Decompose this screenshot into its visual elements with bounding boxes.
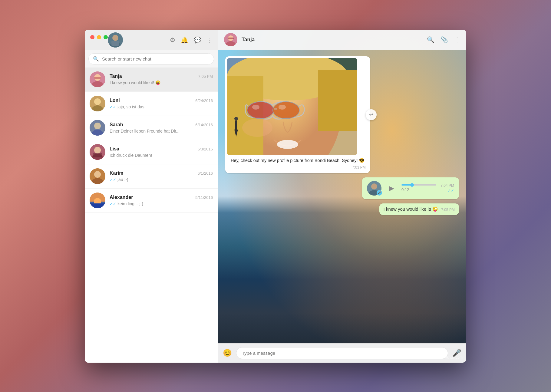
chat-time-tanja: 7:05 PM	[198, 74, 213, 79]
emoji-button[interactable]: 😊	[223, 349, 232, 357]
photo-caption: Hey, check out my new profile picture fr…	[227, 155, 368, 165]
sidebar: ⚙ 🔔 💬 ⋮ 🔍	[85, 30, 218, 363]
minimize-button[interactable]	[97, 35, 101, 39]
svg-point-19	[94, 171, 101, 178]
chat-item-lisa[interactable]: Lisa 6/3/2016 Ich drück die Daumen!	[85, 140, 218, 164]
read-check-loni: ✓✓	[110, 105, 116, 109]
search-input-wrapper[interactable]: 🔍	[88, 53, 214, 64]
compose-icon[interactable]: 💬	[194, 36, 201, 44]
waveform-position	[410, 183, 414, 187]
svg-rect-3	[111, 41, 119, 46]
search-chat-icon[interactable]: 🔍	[427, 36, 434, 43]
chat-item-sarah[interactable]: Sarah 6/14/2016 Einer Deiner lieben Freu…	[85, 116, 218, 140]
chat-name-row-karim: Karim 6/1/2016	[110, 170, 213, 176]
waveform-progress	[401, 184, 436, 186]
read-check-karim: ✓✓	[110, 177, 116, 182]
forward-icon[interactable]: ↩	[366, 109, 377, 120]
voice-meta: 7:04 PM ✓✓	[440, 183, 454, 193]
svg-rect-17	[93, 153, 102, 157]
main-chat: Tanja 🔍 📎 ⋮	[218, 30, 466, 363]
message-photo: Hey, check out my new profile picture fr…	[225, 56, 370, 173]
chat-item-alexander[interactable]: Alexander 5/11/2016 ✓✓ kein ding... ;-)	[85, 189, 218, 213]
chat-time-alexander: 5/11/2016	[195, 195, 213, 200]
search-icon: 🔍	[93, 56, 99, 62]
chat-time-loni: 6/24/2016	[195, 98, 213, 103]
voice-waveform: 0:12	[401, 184, 436, 192]
app-window: ⚙ 🔔 💬 ⋮ 🔍	[85, 30, 466, 363]
chat-info-sarah: Sarah 6/14/2016 Einer Deiner lieben Freu…	[110, 122, 213, 133]
chat-name-alexander: Alexander	[110, 195, 133, 200]
svg-point-45	[277, 140, 298, 149]
chat-preview-loni: ✓✓ jaja, so ist das!	[110, 104, 213, 109]
chat-contact-avatar[interactable]	[224, 33, 237, 46]
search-input[interactable]	[102, 56, 210, 61]
text-time: 7:05 PM	[441, 208, 455, 212]
svg-point-12	[94, 123, 101, 129]
chat-list: Tanja 7:05 PM I knew you would like it! …	[85, 68, 218, 363]
avatar-karim	[90, 168, 105, 184]
settings-icon[interactable]: ⚙	[170, 36, 175, 44]
message-voice: 🎤 ▶ 0:12 7:04 PM ✓✓	[362, 177, 459, 199]
svg-rect-24	[90, 203, 105, 208]
chat-info-tanja: Tanja 7:05 PM I knew you would like it! …	[110, 74, 213, 85]
attachment-icon[interactable]: 📎	[440, 36, 448, 43]
chat-info-alexander: Alexander 5/11/2016 ✓✓ kein ding... ;-)	[110, 195, 213, 206]
avatar-alexander	[90, 193, 105, 208]
messages-area: Hey, check out my new profile picture fr…	[218, 50, 466, 343]
chat-preview-karim: ✓✓ jau :-)	[110, 177, 213, 182]
chat-time-karim: 6/1/2016	[197, 171, 213, 176]
chat-item-loni[interactable]: Loni 6/24/2016 ✓✓ jaja, so ist das!	[85, 92, 218, 116]
avatar-tanja	[90, 71, 105, 87]
notifications-icon[interactable]: 🔔	[181, 36, 188, 44]
chat-info-lisa: Lisa 6/3/2016 Ich drück die Daumen!	[110, 146, 213, 158]
voice-time: 7:04 PM	[440, 183, 454, 188]
voice-bubble: 🎤 ▶ 0:12 7:04 PM ✓✓	[362, 177, 459, 199]
svg-point-51	[371, 183, 377, 189]
text-bubble: I knew you would like it! 😜 7:05 PM	[379, 203, 459, 215]
chat-item-karim[interactable]: Karim 6/1/2016 ✓✓ jau :-)	[85, 164, 218, 189]
chat-name-row-tanja: Tanja 7:05 PM	[110, 74, 213, 79]
svg-point-15	[94, 147, 101, 153]
avatar-sarah	[90, 120, 105, 136]
photo-content	[227, 58, 357, 155]
search-bar: 🔍	[85, 50, 218, 68]
svg-point-49	[242, 119, 272, 137]
chat-name-row-lisa: Lisa 6/3/2016	[110, 146, 213, 152]
text-content: I knew you would like it! 😜	[384, 206, 438, 212]
chat-preview-lisa: Ich drück die Daumen!	[110, 153, 213, 158]
svg-rect-28	[228, 38, 234, 39]
svg-point-43	[252, 105, 259, 110]
user-avatar[interactable]	[108, 32, 123, 48]
chat-item-tanja[interactable]: Tanja 7:05 PM I knew you would like it! …	[85, 68, 218, 92]
more-icon[interactable]: ⋮	[207, 36, 213, 44]
voice-duration: 0:12	[401, 187, 436, 192]
chat-header-actions: 🔍 📎 ⋮	[427, 36, 460, 43]
chat-time-sarah: 6/14/2016	[195, 123, 213, 127]
chat-name-row-sarah: Sarah 6/14/2016	[110, 122, 213, 127]
message-input[interactable]	[236, 347, 448, 359]
chat-preview-tanja: I knew you would like it! 😜	[110, 80, 213, 85]
chat-name-loni: Loni	[110, 98, 120, 103]
svg-rect-7	[94, 77, 101, 79]
chat-more-icon[interactable]: ⋮	[454, 36, 460, 43]
watermark: 网客下载 wkhub.com	[429, 355, 463, 360]
svg-point-9	[94, 98, 101, 105]
chat-contact-name: Tanja	[242, 37, 423, 43]
chat-header: Tanja 🔍 📎 ⋮	[218, 30, 466, 50]
chat-name-row-loni: Loni 6/24/2016	[110, 98, 213, 103]
chat-name-tanja: Tanja	[110, 74, 122, 79]
maximize-button[interactable]	[104, 35, 108, 39]
microphone-badge: 🎤	[377, 190, 382, 196]
photo-bubble: Hey, check out my new profile picture fr…	[225, 56, 370, 173]
chat-name-row-alexander: Alexander 5/11/2016	[110, 195, 213, 200]
svg-rect-37	[318, 70, 357, 131]
photo-meta: 7:03 PM	[227, 165, 368, 171]
chat-preview-alexander: ✓✓ kein ding... ;-)	[110, 201, 213, 206]
chat-info-karim: Karim 6/1/2016 ✓✓ jau :-)	[110, 170, 213, 182]
sidebar-header: ⚙ 🔔 💬 ⋮	[85, 30, 218, 50]
play-button[interactable]: ▶	[386, 183, 397, 194]
close-button[interactable]	[90, 35, 94, 39]
chat-info-loni: Loni 6/24/2016 ✓✓ jaja, so ist das!	[110, 98, 213, 109]
text-content-row: I knew you would like it! 😜 7:05 PM	[384, 206, 455, 212]
read-check-alexander: ✓✓	[110, 202, 116, 206]
